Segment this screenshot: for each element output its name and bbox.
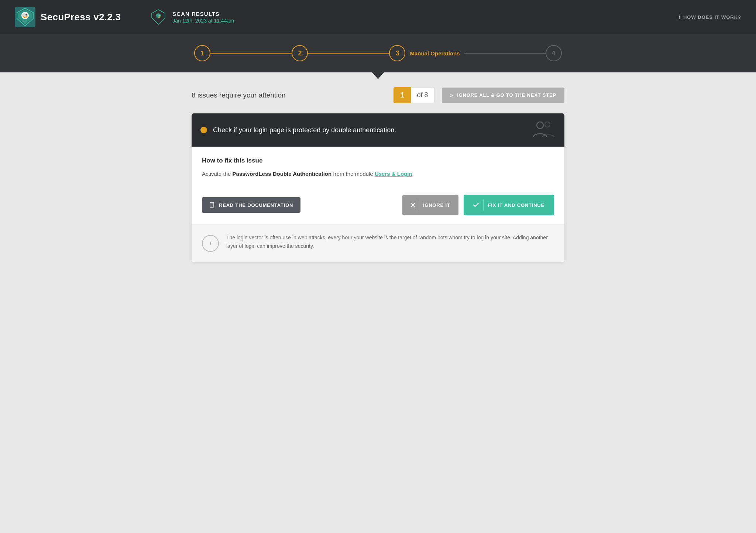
fix-and-continue-button[interactable]: FIX IT AND CONTINUE <box>464 195 554 215</box>
progress-stepper: 1 2 3 Manual Operations 4 <box>30 45 726 72</box>
checkmark-icon <box>473 203 479 207</box>
how-it-works-link[interactable]: HOW DOES IT WORK? <box>683 14 741 20</box>
fix-section-title: How to fix this issue <box>202 157 554 164</box>
fix-module-link[interactable]: Users & Login <box>375 171 412 177</box>
scan-date: Jan 12th, 2023 at 11:44am <box>172 18 234 24</box>
docs-button-label: READ THE DOCUMENTATION <box>219 202 293 208</box>
svg-point-14 <box>545 122 550 127</box>
fix-desc-mid: from the module <box>331 171 375 177</box>
main-content: 8 issues require your attention 1 of 8 »… <box>184 72 572 277</box>
action-buttons-row: READ THE DOCUMENTATION IGNORE IT FIX IT … <box>192 187 564 224</box>
total-issues: of 8 <box>411 87 434 103</box>
chevron-right-icon: » <box>450 92 454 99</box>
stepper-area: 1 2 3 Manual Operations 4 <box>0 34 756 72</box>
svg-point-11 <box>159 15 160 16</box>
stepper-arrow <box>371 72 385 79</box>
step-line-2-3 <box>308 53 389 54</box>
ignore-all-button[interactable]: » IGNORE ALL & GO TO THE NEXT STEP <box>442 88 564 103</box>
info-description: The login vector is often use in web att… <box>226 233 554 250</box>
step-circle-3: 3 <box>389 45 405 61</box>
issues-count-text: 8 issues require your attention <box>192 91 386 99</box>
fix-bold-text: PasswordLess Double Authentication <box>233 171 332 177</box>
read-docs-button[interactable]: READ THE DOCUMENTATION <box>202 197 300 213</box>
scan-text-area: SCAN RESULTS Jan 12th, 2023 at 11:44am <box>172 11 234 24</box>
app-header: SecuPress v2.2.3 SCAN RESULTS Jan 12th, … <box>0 0 756 34</box>
app-logo-icon <box>15 7 35 27</box>
step-2[interactable]: 2 <box>292 45 308 61</box>
info-letter: i <box>210 240 212 247</box>
svg-point-5 <box>25 14 27 16</box>
step-circle-2: 2 <box>292 45 308 61</box>
step-1[interactable]: 1 <box>194 45 210 61</box>
issue-status-dot <box>200 127 207 133</box>
x-icon <box>410 203 415 208</box>
ignore-all-label: IGNORE ALL & GO TO THE NEXT STEP <box>457 92 556 98</box>
logo-area: SecuPress v2.2.3 <box>15 7 121 27</box>
ignore-btn-separator <box>419 199 419 211</box>
ignore-button-label: IGNORE IT <box>423 202 450 208</box>
document-icon <box>209 202 215 208</box>
app-title: SecuPress v2.2.3 <box>41 11 121 23</box>
scan-results-label: SCAN RESULTS <box>172 11 234 17</box>
info-circle-icon: i <box>202 235 219 252</box>
step-circle-4: 4 <box>546 45 562 61</box>
header-right-area: i HOW DOES IT WORK? <box>678 14 741 20</box>
step-line-3-4 <box>464 53 546 54</box>
step-3[interactable]: 3 <box>389 45 405 61</box>
step-line-1-2 <box>210 53 292 54</box>
issue-counter-badge: 1 of 8 <box>394 87 434 103</box>
ignore-button[interactable]: IGNORE IT <box>402 195 458 215</box>
issue-title: Check if your login page is protected by… <box>213 126 396 134</box>
fix-desc-suffix: . <box>412 171 414 177</box>
issue-card-body: How to fix this issue Activate the Passw… <box>192 147 564 187</box>
step-4[interactable]: 4 <box>546 45 562 61</box>
fix-desc-prefix: Activate the <box>202 171 233 177</box>
svg-point-13 <box>537 122 543 129</box>
current-issue-number: 1 <box>394 87 411 103</box>
user-group-icon <box>532 121 556 139</box>
step-circle-1: 1 <box>194 45 210 61</box>
scan-info-area: SCAN RESULTS Jan 12th, 2023 at 11:44am <box>150 9 234 25</box>
step-3-label: Manual Operations <box>410 50 460 57</box>
fix-btn-separator <box>483 199 484 211</box>
issue-card-header: Check if your login page is protected by… <box>192 113 564 147</box>
fix-description: Activate the PasswordLess Double Authent… <box>202 170 554 178</box>
issue-card: Check if your login page is protected by… <box>192 113 564 262</box>
scan-logo-icon <box>150 9 166 25</box>
info-box: i The login vector is often use in web a… <box>192 224 564 262</box>
fix-button-label: FIX IT AND CONTINUE <box>488 202 544 208</box>
issue-summary-row: 8 issues require your attention 1 of 8 »… <box>192 87 564 103</box>
info-icon: i <box>678 14 680 20</box>
